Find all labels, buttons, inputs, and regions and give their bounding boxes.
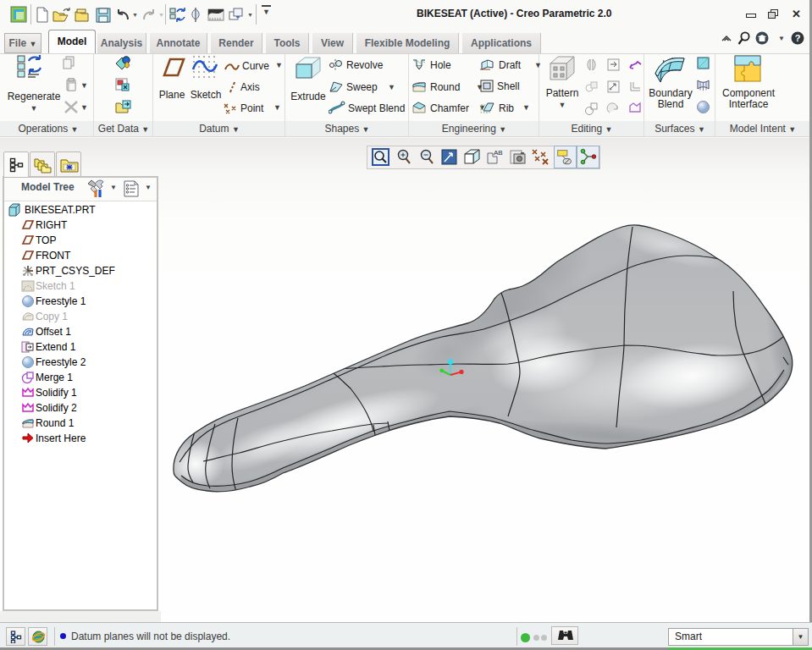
svg-text:?: ? [795,33,801,43]
svg-text:AB: AB [494,149,503,157]
